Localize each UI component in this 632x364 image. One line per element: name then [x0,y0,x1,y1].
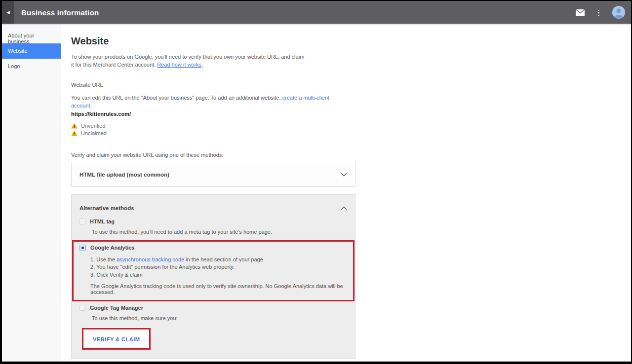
sidebar-nav: About your business Website Logo [2,24,61,362]
screenshot-frame: ◀ Business information ⋮ [0,0,632,364]
html-file-upload-label: HTML file upload (most common) [79,172,169,178]
sidebar-item-logo[interactable]: Logo [2,59,61,74]
async-tracking-code-link[interactable]: asynchronous tracking code [117,256,184,262]
methods-instruction: Verify and claim your website URL using … [71,152,356,158]
google-tag-manager-description: To use this method, make sure you: [92,315,347,321]
status-label: Unclaimed [81,130,107,136]
ga-step-2: 2. You have "edit" permission for the An… [90,263,347,271]
radio-google-tag-manager[interactable] [79,305,85,311]
html-tag-option: HTML tag To use this method, you'll need… [72,211,355,235]
edit-url-suffix: . [90,103,92,109]
google-analytics-note: The Google Analytics tracking code is us… [90,283,347,295]
ga-step-1: 1. Use the asynchronous tracking code in… [90,256,347,264]
sidebar-item-label: About your business [8,33,34,44]
ga-step1-prefix: 1. Use the [90,256,117,262]
intro-paragraph: To show your products on Google, you'll … [71,53,308,69]
page-title: Website [71,36,356,47]
website-url-label: Website URL [71,82,356,88]
read-how-it-works-link[interactable]: Read how it works [157,62,201,68]
html-file-upload-panel[interactable]: HTML file upload (most common) [71,163,356,187]
html-tag-title: HTML tag [90,218,115,224]
status-unclaimed: Unclaimed [71,130,356,137]
body-row: About your business Website Logo Website… [2,24,631,362]
google-analytics-steps: 1. Use the asynchronous tracking code in… [90,256,347,279]
html-tag-description: To use this method, you'll need to add a… [92,229,347,235]
alternative-methods-panel: Alternative methods HTML tag To use [71,194,356,360]
intro-suffix: . [201,62,203,68]
overflow-menu-icon[interactable]: ⋮ [595,9,602,16]
alternative-methods-title: Alternative methods [79,205,134,211]
sidebar-item-website[interactable]: Website [2,43,61,59]
chevron-up-icon [341,206,347,210]
google-tag-manager-title: Google Tag Manager [90,305,143,311]
main-panel: Website To show your products on Google,… [61,24,631,362]
top-bar: ◀ Business information ⋮ [2,1,631,24]
sidebar-item-label: Website [8,48,28,54]
status-label: Unverified [81,123,106,129]
warning-icon [71,123,78,129]
sidebar-item-about-your-business[interactable]: About your business [2,28,61,43]
website-url-value: https://kittenrules.com/ [71,111,356,117]
ga-step-3: 3. Click Verify & claim [90,271,347,279]
back-button[interactable]: ◀ [2,1,14,24]
verify-and-claim-button[interactable]: VERIFY & CLAIM [82,328,151,350]
topbar-actions: ⋮ [575,6,631,19]
user-avatar[interactable] [612,6,625,19]
chevron-down-icon [341,173,347,177]
verify-and-claim-label: VERIFY & CLAIM [93,336,140,342]
alternative-methods-header[interactable]: Alternative methods [72,195,355,211]
edit-url-text: You can edit this URL on the "About your… [71,95,282,101]
google-analytics-highlight-box: Google Analytics 1. Use the asynchronous… [72,240,355,302]
radio-google-analytics[interactable] [79,245,86,251]
status-unverified: Unverified [71,122,356,129]
sidebar-item-label: Logo [8,63,20,69]
google-tag-manager-option: Google Tag Manager To use this method, m… [72,301,355,351]
url-status-warnings: Unverified Unclaimed [71,122,356,137]
edit-url-paragraph: You can edit this URL on the "About your… [71,94,338,110]
ga-step1-suffix: in the head section of your page [184,256,263,262]
page-header-title: Business information [21,8,99,17]
back-arrow-icon: ◀ [6,10,10,15]
warning-icon [71,130,78,136]
google-analytics-title: Google Analytics [90,245,134,251]
radio-html-tag[interactable] [79,218,85,224]
mail-icon[interactable] [575,9,585,16]
merchant-center-app: ◀ Business information ⋮ [2,1,631,362]
